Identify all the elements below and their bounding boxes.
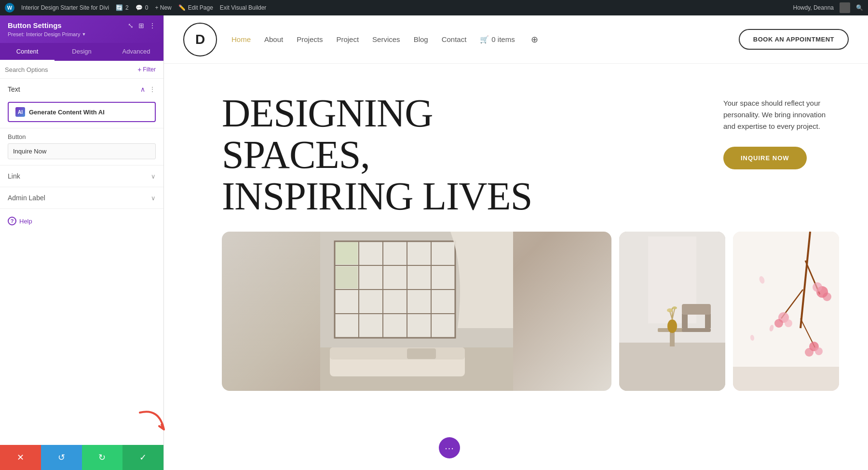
- nav-services[interactable]: Services: [372, 35, 400, 43]
- admin-label-title: Admin Label: [8, 194, 45, 202]
- help-label: Help: [19, 218, 32, 225]
- hero-right: Your space should reflect your personali…: [704, 93, 839, 217]
- text-section-title: Text: [8, 85, 20, 93]
- svg-rect-27: [682, 328, 711, 332]
- room-image-1: [222, 232, 611, 391]
- website-preview: D Home About Projects Project Services: [164, 15, 868, 470]
- save-button[interactable]: ✓: [122, 445, 163, 470]
- svg-point-26: [672, 306, 677, 309]
- user-greeting: Howdy, Deanna: [793, 4, 834, 11]
- help-icon: ?: [8, 217, 16, 225]
- nav-about[interactable]: About: [264, 35, 283, 43]
- filter-button[interactable]: + Filter: [135, 65, 159, 74]
- sidebar-panel: Button Settings ⤡ ⊞ ⋮ Preset: Interior D…: [0, 15, 164, 470]
- book-appointment-button[interactable]: BOOK AN APPOINTMENT: [739, 29, 849, 50]
- search-input[interactable]: [5, 66, 131, 73]
- svg-rect-14: [407, 348, 436, 359]
- user-avatar: [840, 2, 850, 13]
- site-name-link[interactable]: Interior Design Starter Site for Divi: [21, 4, 109, 11]
- nav-project[interactable]: Project: [336, 35, 359, 43]
- svg-rect-30: [682, 304, 711, 315]
- svg-point-40: [823, 292, 831, 301]
- sidebar-title: Button Settings: [8, 21, 62, 29]
- tab-content[interactable]: Content: [0, 43, 54, 61]
- sidebar-content: Text ∧ ⋮ AI Generate Content With AI But…: [0, 79, 163, 470]
- filter-plus-icon: +: [137, 66, 141, 73]
- room-image-3: [733, 232, 839, 391]
- cart-icon: 🛒: [480, 35, 489, 44]
- text-section: Text ∧ ⋮ AI Generate Content With AI: [0, 79, 163, 128]
- ai-generate-button[interactable]: AI Generate Content With AI: [8, 102, 156, 122]
- edit-page-link[interactable]: ✏️ Edit Page: [178, 4, 213, 11]
- button-section: Button Inquire Now: [0, 128, 163, 166]
- svg-point-46: [805, 348, 814, 357]
- nav-home[interactable]: Home: [231, 35, 251, 43]
- hero-heading: DESIGNING SPACES, INSPIRING LIVES: [222, 93, 704, 217]
- comments-link[interactable]: 🔄 2: [116, 4, 129, 11]
- hero-section: DESIGNING SPACES, INSPIRING LIVES Your s…: [164, 64, 868, 232]
- undo-button[interactable]: ↺: [41, 445, 82, 470]
- wp-logo-icon[interactable]: W: [5, 3, 14, 13]
- site-nav: Home About Projects Project Services Blo…: [231, 34, 724, 45]
- floating-action-button[interactable]: ···: [439, 437, 460, 458]
- svg-rect-20: [670, 332, 675, 346]
- svg-point-25: [667, 308, 673, 312]
- site-search-icon[interactable]: ⊕: [531, 34, 538, 45]
- svg-rect-13: [330, 347, 465, 359]
- button-section-label: Button: [0, 128, 163, 143]
- ai-icon: AI: [15, 107, 25, 117]
- admin-bar: W Interior Design Starter Site for Divi …: [0, 0, 868, 15]
- inquire-now-button[interactable]: INQUIRE NOW: [723, 147, 807, 169]
- sidebar-bottom-actions: ✕ ↺ ↻ ✓: [0, 445, 163, 470]
- hero-subtitle: Your space should reflect your personali…: [723, 97, 839, 132]
- sidebar-title-row: Button Settings ⤡ ⊞ ⋮: [8, 21, 156, 29]
- help-row[interactable]: ? Help: [0, 209, 163, 233]
- tab-design[interactable]: Design: [54, 43, 109, 61]
- preset-arrow-icon: ▼: [81, 32, 86, 37]
- svg-rect-32: [733, 232, 839, 367]
- nav-cart[interactable]: 🛒 0 items: [480, 35, 515, 44]
- svg-rect-10: [336, 266, 358, 289]
- image-grid: [164, 232, 868, 391]
- link-section-title: Link: [8, 172, 20, 180]
- nav-contact[interactable]: Contact: [442, 35, 467, 43]
- svg-point-45: [815, 347, 823, 355]
- site-content: DESIGNING SPACES, INSPIRING LIVES Your s…: [164, 64, 868, 470]
- svg-point-21: [667, 319, 677, 333]
- collapse-arrow-icon: ∧: [140, 85, 145, 93]
- new-link[interactable]: + New: [155, 4, 171, 11]
- admin-label-section[interactable]: Admin Label ∨: [0, 187, 163, 209]
- text-section-header[interactable]: Text ∧ ⋮: [0, 79, 163, 100]
- room-image-2: [619, 232, 725, 391]
- tab-advanced[interactable]: Advanced: [109, 43, 163, 61]
- svg-rect-29: [705, 314, 711, 328]
- redo-button[interactable]: ↻: [82, 445, 123, 470]
- preset-label[interactable]: Preset: Interior Design Primary ▼: [8, 31, 156, 37]
- main-container: Button Settings ⤡ ⊞ ⋮ Preset: Interior D…: [0, 15, 868, 470]
- nav-blog[interactable]: Blog: [414, 35, 428, 43]
- svg-point-39: [813, 282, 822, 292]
- svg-rect-33: [733, 367, 839, 391]
- expand-icon[interactable]: ⊞: [138, 22, 144, 29]
- sidebar-tabs: Content Design Advanced: [0, 43, 163, 61]
- section-controls: ∧ ⋮: [140, 85, 156, 93]
- section-menu-icon[interactable]: ⋮: [149, 85, 156, 93]
- search-icon[interactable]: 🔍: [856, 4, 863, 11]
- svg-point-43: [785, 319, 792, 327]
- cancel-button[interactable]: ✕: [0, 445, 41, 470]
- link-section[interactable]: Link ∨: [0, 166, 163, 187]
- sidebar-header: Button Settings ⤡ ⊞ ⋮ Preset: Interior D…: [0, 15, 163, 43]
- admin-bar-right: Howdy, Deanna 🔍: [793, 2, 864, 13]
- nav-projects[interactable]: Projects: [297, 35, 323, 43]
- button-text-input[interactable]: Inquire Now: [8, 143, 156, 159]
- link-collapse-icon: ∨: [151, 173, 156, 180]
- svg-rect-9: [336, 242, 358, 264]
- comment-count-link[interactable]: 💬 0: [136, 4, 149, 11]
- site-header: D Home About Projects Project Services: [164, 15, 868, 64]
- svg-rect-18: [619, 343, 725, 391]
- minimize-icon[interactable]: ⤡: [128, 22, 134, 29]
- more-options-icon[interactable]: ⋮: [149, 22, 156, 29]
- hero-left: DESIGNING SPACES, INSPIRING LIVES: [222, 93, 704, 217]
- exit-builder-link[interactable]: Exit Visual Builder: [220, 4, 267, 11]
- svg-rect-28: [682, 314, 688, 328]
